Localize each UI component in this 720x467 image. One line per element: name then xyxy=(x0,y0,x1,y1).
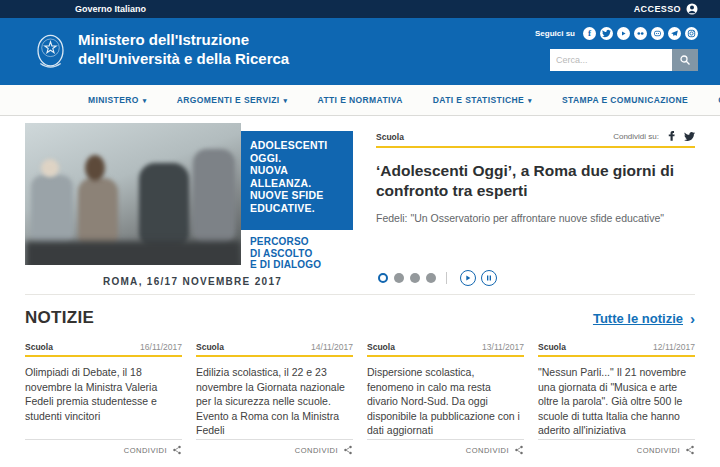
youtube-icon[interactable] xyxy=(617,27,630,40)
news-card-2: Scuola 14/11/2017 Edilizia scolastica, i… xyxy=(196,342,353,455)
news-card-4: Scuola 12/11/2017 "Nessun Parli..." Il 2… xyxy=(538,342,695,455)
carousel-slide-banner[interactable]: ADOLESCENTI OGGI. NUOVA ALLEANZA. NUOVE … xyxy=(25,122,360,294)
condividi-su-label: Condividi su: xyxy=(613,132,659,141)
accesso-label: ACCESSO xyxy=(634,4,681,14)
social-follow-row: Seguici su f xyxy=(528,27,698,40)
article-meta-row: Scuola Condividi su: xyxy=(376,122,695,142)
share-twitter-icon[interactable] xyxy=(684,131,695,142)
news-card-category: Scuola xyxy=(538,342,566,352)
share-facebook-icon[interactable] xyxy=(666,131,677,142)
miur-homepage: Governo Italiano ACCESSO Ministero dell'… xyxy=(0,0,720,467)
nav-item-ministero[interactable]: MINISTERO ▾ xyxy=(88,95,147,105)
news-card-category: Scuola xyxy=(367,342,395,352)
news-card-share-button[interactable]: CONDIVIDI xyxy=(25,439,182,455)
facebook-icon[interactable]: f xyxy=(583,27,596,40)
news-card-share-button[interactable]: CONDIVIDI xyxy=(367,439,524,455)
chevron-down-icon: ▾ xyxy=(284,97,288,104)
news-header-row: NOTIZIE Tutte le notizie › xyxy=(25,308,695,328)
slide-photo xyxy=(25,123,241,265)
government-topbar: Governo Italiano ACCESSO xyxy=(0,0,720,18)
search-input[interactable] xyxy=(550,49,672,71)
nav-item-argomenti-e-servizi[interactable]: ARGOMENTI E SERVIZI ▾ xyxy=(177,95,288,105)
flickr-icon[interactable] xyxy=(634,27,647,40)
governo-italiano-link[interactable]: Governo Italiano xyxy=(75,4,146,14)
news-card-share-button[interactable]: CONDIVIDI xyxy=(538,439,695,455)
telegram-icon[interactable] xyxy=(668,27,681,40)
accent-underline xyxy=(196,355,353,357)
news-card-title[interactable]: "Nessun Parli..." Il 21 novembre una gio… xyxy=(538,365,695,438)
accent-underline xyxy=(538,355,695,357)
news-section-title: NOTIZIE xyxy=(25,308,94,328)
all-news-link[interactable]: Tutte le notizie › xyxy=(593,311,695,326)
carousel-dot-3[interactable] xyxy=(410,273,420,283)
slide-caption: ROMA, 16/17 NOVEMBRE 2017 xyxy=(25,276,360,287)
ministry-title-line1: Ministero dell'Istruzione xyxy=(78,30,289,49)
carousel-pause-button[interactable] xyxy=(481,270,497,286)
news-card-title[interactable]: Olimpiadi di Debate, il 18 novembre la M… xyxy=(25,365,182,423)
site-header: Ministero dell'Istruzione dell'Universit… xyxy=(0,18,720,85)
pause-icon xyxy=(485,274,493,282)
news-card-title[interactable]: Edilizia scolastica, il 22 e 23 novembre… xyxy=(196,365,353,438)
chevron-down-icon: ▾ xyxy=(143,97,147,104)
header-right: Seguici su f xyxy=(528,27,698,71)
chevron-right-icon: › xyxy=(690,311,695,326)
news-card-date: 14/11/2017 xyxy=(311,342,353,352)
carousel-dot-4[interactable] xyxy=(426,273,436,283)
news-card-date: 12/11/2017 xyxy=(653,342,695,352)
featured-article: Scuola Condividi su: ‘Adolescenti Oggi’,… xyxy=(376,122,695,294)
news-cards-grid: Scuola 16/11/2017 Olimpiadi di Debate, i… xyxy=(25,342,695,455)
nav-item-dati-e-statistiche[interactable]: DATI E STATISTICHE ▾ xyxy=(433,95,532,105)
accesso-button[interactable]: ACCESSO xyxy=(634,3,698,15)
news-card-date: 13/11/2017 xyxy=(482,342,524,352)
banner-title-box: ADOLESCENTI OGGI. NUOVA ALLEANZA. NUOVE … xyxy=(241,131,353,230)
follow-label: Seguici su xyxy=(535,29,575,38)
share-icon xyxy=(343,445,353,455)
share-icon xyxy=(172,445,182,455)
nav-item-atti-e-normativa[interactable]: ATTI E NORMATIVA xyxy=(318,95,403,105)
share-icon xyxy=(685,445,695,455)
news-card-date: 16/11/2017 xyxy=(140,342,182,352)
news-card-category: Scuola xyxy=(196,342,224,352)
twitter-icon[interactable] xyxy=(600,27,613,40)
ministry-title[interactable]: Ministero dell'Istruzione dell'Universit… xyxy=(78,30,289,68)
ministry-title-line2: dell'Università e della Ricerca xyxy=(78,49,289,68)
play-icon xyxy=(464,274,472,282)
carousel-controls xyxy=(378,270,497,286)
article-category: Scuola xyxy=(376,132,404,142)
user-icon xyxy=(686,3,698,15)
accent-underline xyxy=(367,355,524,357)
carousel-dot-2[interactable] xyxy=(394,273,404,283)
carousel-dot-1-active[interactable] xyxy=(378,273,388,283)
search-bar xyxy=(550,49,698,71)
news-card-share-button[interactable]: CONDIVIDI xyxy=(196,439,353,455)
slideshare-icon[interactable] xyxy=(651,27,664,40)
main-nav: MINISTERO ▾ ARGOMENTI E SERVIZI ▾ ATTI E… xyxy=(0,85,720,116)
hero-carousel: ADOLESCENTI OGGI. NUOVA ALLEANZA. NUOVE … xyxy=(25,122,695,295)
news-section: NOTIZIE Tutte le notizie › Scuola 16/11/… xyxy=(25,308,695,455)
instagram-icon[interactable] xyxy=(685,27,698,40)
carousel-play-button[interactable] xyxy=(460,270,476,286)
article-title[interactable]: ‘Adolescenti Oggi’, a Roma due giorni di… xyxy=(376,161,695,201)
news-card-1: Scuola 16/11/2017 Olimpiadi di Debate, i… xyxy=(25,342,182,455)
nav-item-stampa-e-comunicazione[interactable]: STAMPA E COMUNICAZIONE xyxy=(562,95,688,105)
article-subtitle: Fedeli: "Un Osservatorio per affrontare … xyxy=(376,212,695,224)
news-card-title[interactable]: Dispersione scolastica, fenomeno in calo… xyxy=(367,365,524,438)
article-share-row: Condividi su: xyxy=(613,131,695,142)
italian-emblem-logo-icon xyxy=(32,28,69,75)
search-button[interactable] xyxy=(672,49,698,71)
accent-underline xyxy=(376,146,695,148)
controls-divider xyxy=(446,272,447,284)
news-card-category: Scuola xyxy=(25,342,53,352)
news-card-3: Scuola 13/11/2017 Dispersione scolastica… xyxy=(367,342,524,455)
accent-underline xyxy=(25,355,182,357)
banner-subtitle: PERCORSO DI ASCOLTO E DI DIALOGO xyxy=(250,236,321,271)
search-icon xyxy=(679,54,691,66)
share-icon xyxy=(514,445,524,455)
chevron-down-icon: ▾ xyxy=(528,97,532,104)
